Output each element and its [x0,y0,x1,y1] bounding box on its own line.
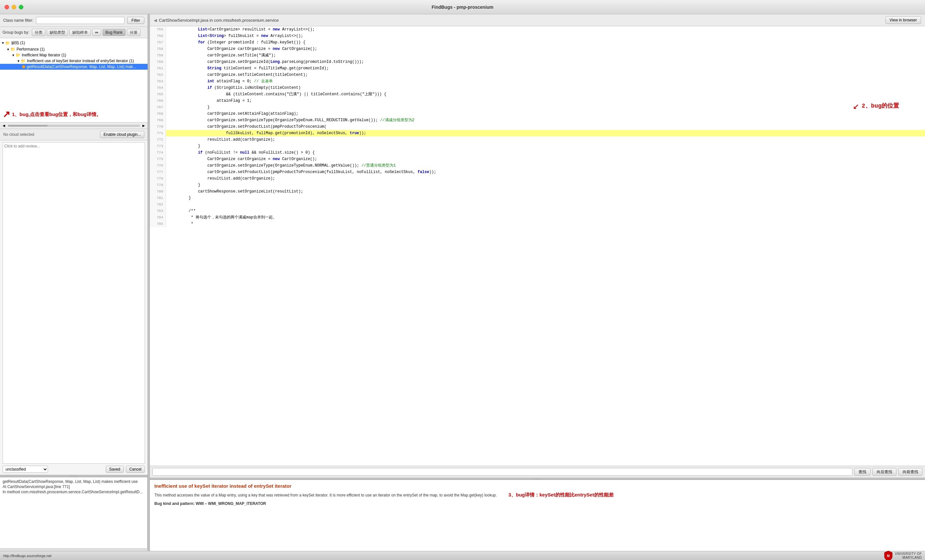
line-code: fullSkuList, fullMap.get(promotionId), n… [166,130,925,137]
bug-detail-line1: getResultData(CartShowResponse, Map, Lis… [3,479,145,484]
code-line: 782 [150,201,925,208]
line-number: 769 [150,117,166,123]
bug-kind: Bug kind and pattern: WMI – WMI_WRONG_MA… [154,501,920,506]
line-number: 765 [150,91,166,98]
line-number: 760 [150,59,166,65]
line-code: cartOrganize.setOrganizeType(OrganizeTyp… [166,117,925,123]
bug-detail-left-scrollbar[interactable] [0,548,148,551]
review-textarea[interactable] [3,142,145,464]
group-bugs-row: Group bugs by: 分类 缺陷类型 缺陷样本 ⇔ Bug Rank 分… [0,27,148,38]
line-number: 771 [150,130,166,137]
line-code: } [166,143,925,149]
search-input[interactable] [152,468,852,476]
annotation-3: 3、bug详情：keySet的性能比entrySet的性能差 [508,492,613,497]
code-line: 757 for (Integer promotionId : fullMap.k… [150,39,925,46]
code-line: 760 cartOrganize.setOrganizeId(Long.pars… [150,59,925,65]
tree-arrow-map: ▼ [12,54,15,57]
line-code: int attainFlag = 0; // 去凑单 [166,78,925,85]
find-button[interactable]: 查找 [854,468,871,476]
class-name-filter-input[interactable] [36,17,125,24]
university-shield-icon: M [884,551,893,560]
line-code: resultList.add(cartOrganize); [166,175,925,182]
annotation-1-arrow: ↗ [3,110,10,119]
annotation-3-text: 3、bug详情：keySet的性能比entrySet的性能差 [502,493,613,497]
tree-arrow-perf: ▼ [6,48,10,51]
line-number: 783 [150,208,166,214]
code-line: 767 } [150,104,925,111]
group-btn-category[interactable]: 分类 [32,29,45,36]
window-title: FindBugs - pmp-proscenium [432,5,494,10]
line-code: cartShowResponse.setOrganizeList(resultL… [166,188,925,195]
cloud-label: No cloud selected [3,132,34,137]
group-btn-assign[interactable]: 分派 [127,29,140,36]
university-logo: M UNIVERSITY OFMARYLAND [884,551,922,560]
close-button[interactable] [5,5,9,9]
folder-icon-keyset: 📁 [21,59,26,63]
line-code: } [166,182,925,188]
line-code: cartOrganize.setTitleContent(titleConten… [166,72,925,78]
line-code: } [166,104,925,111]
code-line: 771 fullSkuList, fullMap.get(promotionId… [150,130,925,137]
view-in-browser-button[interactable]: View in browser [886,16,921,24]
find-next-button[interactable]: 向前查找 [898,468,922,476]
left-panel: Class name filter: Filter Group bugs by:… [0,14,148,551]
group-btn-rank[interactable]: Bug Rank [102,29,125,36]
line-code: List<String> fullSkuList = new ArrayList… [166,33,925,39]
tree-map-iterator[interactable]: ▼ 📁 Inefficient Map Iterator (1) [0,52,148,58]
code-area[interactable]: 755 List<CartOrganize> resultList = new … [150,26,925,466]
line-number: 758 [150,46,166,52]
review-classification-select[interactable]: unclassified classified needs review [3,466,48,473]
title-bar: FindBugs - pmp-proscenium [0,0,925,14]
bug-detail-description: This method accesses the value of a Map … [154,491,920,499]
line-number: 761 [150,65,166,72]
scroll-left[interactable]: ◀ [1,123,6,128]
enable-cloud-button[interactable]: Enable cloud plugin... [100,131,144,138]
line-number: 778 [150,175,166,182]
line-code: cartOrganize.setProductList(pmpProductTo… [166,169,925,175]
group-btn-sample[interactable]: 缺陷样本 [69,29,91,36]
group-btn-type[interactable]: 缺陷类型 [47,29,68,36]
line-code: * 将勾选个，未勾选的两个满减map合并到一起。 [166,214,925,221]
review-saved-button[interactable]: Saved [106,466,124,473]
review-cancel-button[interactable]: Cancel [126,466,145,473]
line-code: cartOrganize.setProductList(pmpProductTo… [166,123,925,130]
line-code: } [166,195,925,201]
line-number: 781 [150,195,166,201]
line-code [166,201,925,208]
bug-detail-right: Inefficient use of keySet iterator inste… [150,480,925,551]
right-panel: ◀ CartShowServiceImpl.java in com.missfr… [150,14,925,551]
minimize-button[interactable] [12,5,16,9]
line-code: cartOrganize.setAttainFlag(attainFlag); [166,111,925,117]
file-header: ◀ CartShowServiceImpl.java in com.missfr… [150,14,925,26]
tree-method-item[interactable]: getResultData(CartShowResponse, Map, Lis… [0,64,148,70]
line-code: List<CartOrganize> resultList = new Arra… [166,26,925,33]
maximize-button[interactable] [19,5,23,9]
left-scrollbar-track[interactable] [8,125,140,127]
line-code: cartOrganize.setOrganizeId(Long.parseLon… [166,59,925,65]
filter-button[interactable]: Filter [127,17,144,24]
line-number: 766 [150,98,166,104]
group-btn-arrow[interactable]: ⇔ [92,29,101,36]
code-line: 769 cartOrganize.setOrganizeType(Organiz… [150,117,925,123]
tree-root-label: 缺陷 (1) [11,40,25,46]
line-number: 773 [150,143,166,149]
code-line: 780 cartShowResponse.setOrganizeList(res… [150,188,925,195]
review-controls: unclassified classified needs review Sav… [3,466,145,473]
bug-tree[interactable]: ▼ 📁 缺陷 (1) ▼ 📁 Performance (1) ▼ 📁 Ineff… [0,38,148,123]
line-number: 782 [150,201,166,208]
find-prev-button[interactable]: 向后查找 [872,468,896,476]
tree-keyset[interactable]: ▼ 📁 Inefficient use of keySet iterator i… [0,58,148,64]
code-line: 776 cartOrganize.setOrganizeType(Organiz… [150,162,925,169]
scroll-right[interactable]: ▶ [141,123,146,128]
tree-performance[interactable]: ▼ 📁 Performance (1) [0,47,148,52]
bug-dot [22,65,25,68]
line-number: 759 [150,52,166,59]
tree-root[interactable]: ▼ 📁 缺陷 (1) [0,39,148,47]
line-code: CartOrganize cartOrganize = new CartOrga… [166,46,925,52]
line-code: for (Integer promotionId : fullMap.keySe… [166,39,925,46]
code-line: 784 * 将勾选个，未勾选的两个满减map合并到一起。 [150,214,925,221]
code-line: 773 } [150,143,925,149]
line-code: cartOrganize.setOrganizeType(OrganizeTyp… [166,162,925,169]
line-code: if (noFullList != null && noFullList.siz… [166,149,925,156]
left-scrollbar-thumb[interactable] [8,125,48,126]
